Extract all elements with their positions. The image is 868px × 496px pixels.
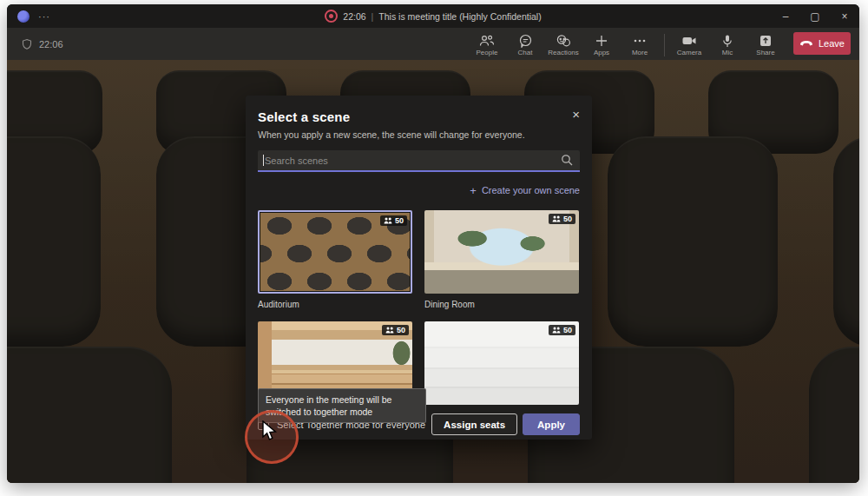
scene-card-dining-room: 50 Dining Room xyxy=(424,210,579,321)
teams-meeting-window: ··· 22:06 | This is meeting title (Highl… xyxy=(7,4,859,483)
capacity-count: 50 xyxy=(395,216,404,225)
maximize-button[interactable]: ▢ xyxy=(800,4,830,28)
assign-seats-button[interactable]: Assign seats xyxy=(431,413,517,435)
more-ellipsis-icon xyxy=(632,34,648,48)
meeting-timer: 22:06 xyxy=(16,38,63,50)
scene-name: Dining Room xyxy=(424,294,579,321)
chat-button[interactable]: Chat xyxy=(508,32,542,56)
capacity-badge: 50 xyxy=(549,214,575,224)
apps-button[interactable]: Apps xyxy=(584,32,619,56)
reactions-label: Reactions xyxy=(548,49,579,56)
scene-thumbnail-blank[interactable]: 50 xyxy=(424,321,579,405)
scene-thumbnail-auditorium[interactable]: 50 xyxy=(258,210,412,294)
capacity-count: 50 xyxy=(397,326,405,334)
people-icon xyxy=(384,217,392,224)
meeting-toolbar: 22:06 People Chat Reactions Apps More xyxy=(7,28,859,60)
search-icon[interactable] xyxy=(561,154,573,166)
recording-indicator-icon xyxy=(325,10,338,23)
shield-icon xyxy=(21,38,33,50)
chat-label: Chat xyxy=(518,49,533,56)
meeting-elapsed-time: 22:06 xyxy=(343,11,365,22)
scene-search-input[interactable] xyxy=(258,155,580,166)
dialog-close-button[interactable]: × xyxy=(572,108,580,121)
scene-search-box xyxy=(258,150,580,172)
toolbar-divider xyxy=(664,34,665,56)
meeting-title: This is meeting title (Highly Confidenti… xyxy=(378,11,541,22)
title-separator: | xyxy=(372,11,374,22)
share-label: Share xyxy=(756,49,774,56)
camera-label: Camera xyxy=(677,49,701,56)
text-caret xyxy=(263,155,264,166)
mouse-cursor-icon xyxy=(260,420,279,443)
capacity-badge: 50 xyxy=(549,325,575,335)
camera-button[interactable]: Camera xyxy=(672,32,707,56)
mic-icon xyxy=(721,34,733,48)
create-own-scene-link[interactable]: + Create your own scene xyxy=(258,184,580,196)
leave-label: Leave xyxy=(819,38,845,49)
reactions-button[interactable]: Reactions xyxy=(546,32,581,56)
scene-card-auditorium: 50 Auditorium xyxy=(258,210,412,321)
capacity-badge: 50 xyxy=(380,215,407,226)
share-button[interactable]: Share xyxy=(748,32,783,56)
more-label: More xyxy=(632,49,648,56)
people-icon xyxy=(479,34,495,48)
meeting-title-area: 22:06 | This is meeting title (Highly Co… xyxy=(7,4,859,28)
camera-icon xyxy=(681,34,697,48)
chat-icon xyxy=(518,34,533,48)
people-button[interactable]: People xyxy=(470,32,504,56)
mic-label: Mic xyxy=(722,49,733,56)
people-icon xyxy=(552,215,561,222)
people-icon xyxy=(385,327,394,334)
scene-name: Auditorium xyxy=(258,294,412,321)
apps-label: Apps xyxy=(594,49,609,56)
apps-plus-icon xyxy=(595,34,608,48)
timer-text: 22:06 xyxy=(39,39,63,50)
leave-button[interactable]: Leave xyxy=(793,32,851,55)
capacity-badge: 50 xyxy=(382,325,409,335)
select-scene-dialog: Select a scene × When you apply a new sc… xyxy=(246,96,592,440)
titlebar-more-menu[interactable]: ··· xyxy=(38,11,50,22)
dialog-subtitle: When you apply a new scene, the scene wi… xyxy=(258,129,580,140)
capacity-count: 50 xyxy=(563,326,572,334)
people-label: People xyxy=(477,49,498,56)
teams-logo-icon xyxy=(17,10,30,23)
reactions-icon xyxy=(556,34,571,48)
people-icon xyxy=(552,327,561,334)
plus-icon: + xyxy=(470,186,477,195)
hang-up-icon xyxy=(799,39,813,47)
scene-thumbnail-dining-room[interactable]: 50 xyxy=(424,210,579,294)
title-bar: ··· 22:06 | This is meeting title (Highl… xyxy=(7,4,859,28)
minimize-button[interactable]: – xyxy=(771,4,800,28)
apply-button[interactable]: Apply xyxy=(523,413,580,435)
dialog-title: Select a scene xyxy=(258,109,580,124)
share-icon xyxy=(759,34,773,48)
capacity-count: 50 xyxy=(563,215,572,223)
more-button[interactable]: More xyxy=(622,32,657,56)
create-own-scene-label: Create your own scene xyxy=(482,185,580,195)
close-window-button[interactable]: × xyxy=(830,4,859,28)
mic-button[interactable]: Mic xyxy=(710,32,745,56)
